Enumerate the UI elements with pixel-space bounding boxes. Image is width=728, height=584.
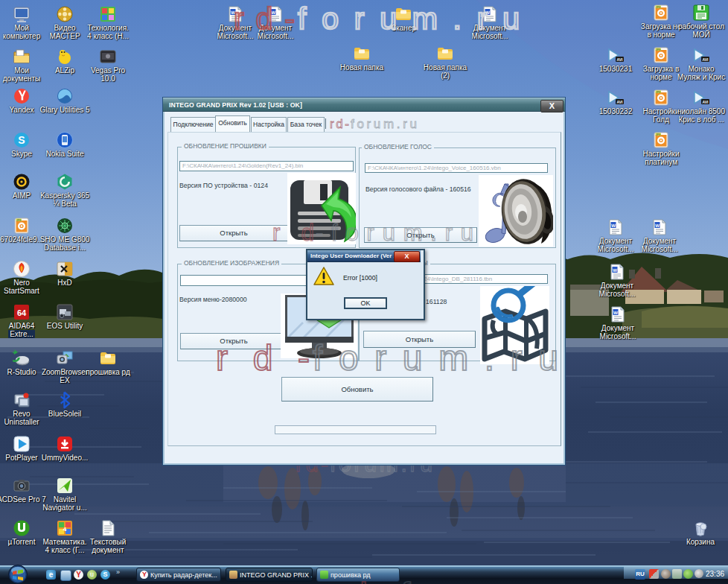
svg-text:AVI: AVI xyxy=(617,57,624,62)
svg-text:JPG: JPG xyxy=(656,91,661,94)
svg-text:W: W xyxy=(613,311,618,315)
svg-text:64: 64 xyxy=(17,308,27,317)
svg-text:AVI: AVI xyxy=(703,57,709,62)
svg-text:JPG: JPG xyxy=(656,48,661,51)
svg-text:W: W xyxy=(613,268,617,273)
svg-text:W: W xyxy=(231,10,235,15)
svg-text:JPG: JPG xyxy=(16,219,22,222)
svg-text:W: W xyxy=(485,10,490,15)
svg-text:W: W xyxy=(655,223,660,228)
svg-text:AVI: AVI xyxy=(617,100,624,104)
svg-text:JPG: JPG xyxy=(656,133,661,136)
svg-text:JPG: JPG xyxy=(656,6,661,9)
svg-text:W: W xyxy=(271,10,275,15)
svg-text:AVI: AVI xyxy=(703,100,709,104)
svg-text:S: S xyxy=(18,134,25,146)
svg-text:4: 4 xyxy=(63,526,67,533)
svg-text:W: W xyxy=(611,223,616,228)
